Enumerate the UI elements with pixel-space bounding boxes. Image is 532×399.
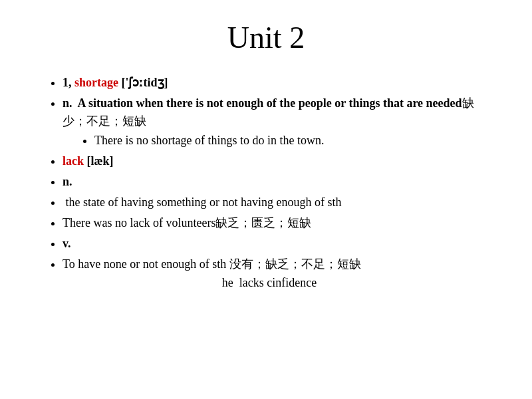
item-1-phonetic: ['ʃɔːtidʒ] [118,76,168,89]
list-item: lack [læk] [63,152,492,170]
list-item: To have none or not enough of sth 没有；缺乏；… [63,255,492,273]
centered-text-content: he lacks cinfidence [222,276,317,289]
item-5-text: the state of having something or not hav… [63,196,341,209]
item-2-text: n. A situation when there is not enough … [63,96,462,110]
item-7-text: v. [63,237,71,250]
item-1-plain: 1, [63,76,74,89]
item-3-phonetic: [læk] [84,154,114,168]
list-item: v. [63,235,492,253]
item-8-text: To have none or not enough of sth 没有；缺乏；… [63,257,361,271]
list-item: 1, shortage ['ʃɔːtidʒ] [63,74,492,92]
item-1-red: shortage [74,76,118,89]
centered-line: he lacks cinfidence [47,276,492,290]
sub-list-item: There is no shortage of things to do in … [94,132,492,150]
page-container: Unit 2 1, shortage ['ʃɔːtidʒ] n. A situa… [0,0,532,399]
list-item: n. [63,173,492,191]
item-3-red: lack [63,154,84,168]
list-item: n. A situation when there is not enough … [63,94,492,150]
list-item: the state of having something or not hav… [63,194,492,211]
main-list: 1, shortage ['ʃɔːtidʒ] n. A situation wh… [47,74,492,273]
sub-item-1-text: There is no shortage of things to do in … [94,134,324,147]
content-area: 1, shortage ['ʃɔːtidʒ] n. A situation wh… [40,74,492,290]
item-4-text: n. [63,175,72,188]
item-6-text: There was no lack of volunteers缺乏；匮乏；短缺 [63,216,311,229]
page-title: Unit 2 [40,20,492,55]
list-item: There was no lack of volunteers缺乏；匮乏；短缺 [63,214,492,232]
sub-list: There is no shortage of things to do in … [63,132,492,150]
